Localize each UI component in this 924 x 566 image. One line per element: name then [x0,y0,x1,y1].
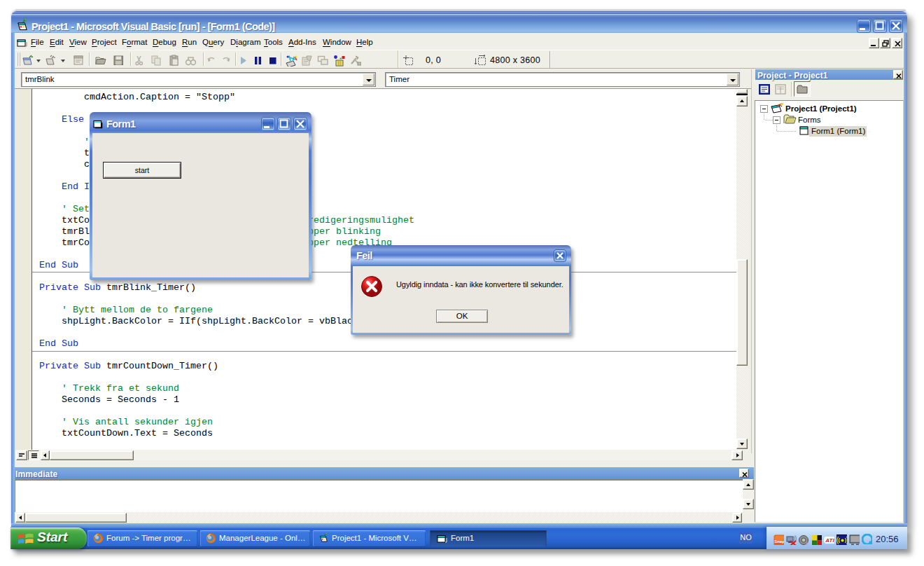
svg-text:ATI: ATI [825,537,834,544]
svg-text:Snap: Snap [774,539,784,544]
